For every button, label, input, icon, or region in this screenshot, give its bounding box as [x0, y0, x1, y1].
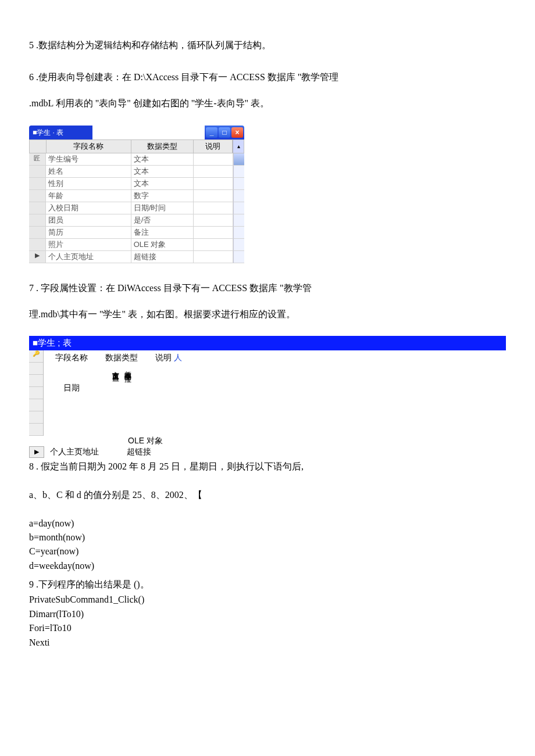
field-name: 简历 [46, 227, 131, 239]
field-desc [194, 214, 233, 227]
code-line: Dimarr(lTo10) [29, 608, 506, 621]
question-6-line2: .mdbL 利用表的 "表向导" 创建如右图的 "学生-表向导" 表。 [29, 93, 506, 113]
col-header-name-2: 字段名称 [55, 353, 88, 363]
close-icon[interactable]: × [231, 127, 243, 138]
question-8-line1: 8 . 假定当前日期为 2002 年 8 月 25 日，星期日，则执行以下语句后… [29, 460, 506, 473]
field-type: 备注 [131, 227, 194, 239]
code-line: b=month(now) [29, 531, 506, 544]
scrollbar-track[interactable] [233, 178, 244, 190]
col-header-desc: 说明 [194, 140, 233, 153]
code-line: a=day(now) [29, 517, 506, 530]
table-row: 年龄数字 [29, 190, 244, 202]
row-selector [29, 178, 46, 190]
scrollbar-track[interactable] [233, 214, 244, 227]
code-line: Fori=lTo10 [29, 622, 506, 635]
field-desc [194, 166, 233, 178]
field-type: 超链接 [131, 251, 194, 263]
field-desc [194, 251, 233, 263]
scrollbar-track[interactable] [233, 202, 244, 214]
col-header-desc-2: 说明 [155, 353, 172, 362]
scrollbar-track[interactable] [233, 251, 244, 263]
field-desc [194, 190, 233, 202]
access-table-window-2: ■学生 ; 表 🔑 字段名称 日期 数据类型 [29, 336, 506, 458]
field-name: 性别 [46, 178, 131, 190]
question-9-line1: 9 .下列程序的输出结果是 ()。 [29, 578, 506, 591]
scroll-up-icon[interactable]: ▴ [233, 140, 244, 153]
field-type: 数字 [131, 190, 194, 202]
row-selector [29, 166, 46, 178]
field-name: 照片 [46, 239, 131, 251]
field-name: 个人主页地址 [46, 251, 131, 263]
window-titlebar: ■学生 · 表 _ □ × [29, 126, 244, 139]
question-7-line2: 理.mdb\其中有一 "学生" 表，如右图。根据要求进行相应的设置。 [29, 304, 506, 324]
field-name-date: 日期 [63, 383, 80, 393]
maximize-icon[interactable]: □ [219, 127, 230, 138]
table-row: 照片OLE 对象 [29, 239, 244, 251]
scrollbar-track[interactable] [233, 227, 244, 239]
field-type: 是/否 [131, 214, 194, 227]
field-desc [194, 202, 233, 214]
field-type: 文本 [131, 153, 194, 166]
row-selector [29, 202, 46, 214]
row-selector: ▶ [29, 251, 46, 263]
scrollbar-track[interactable] [233, 153, 244, 166]
field-desc [194, 178, 233, 190]
row-selector-column: 🔑 [29, 350, 44, 436]
question-7-line1: 7 . 字段属性设置：在 DiWAccess 目录下有一 ACCESS 数据库 … [29, 278, 506, 298]
field-type: 文本 [131, 178, 194, 190]
question-5: 5 .数据结构分为逻辑结构和存储结构，循环队列属于结构。 [29, 35, 506, 55]
minimize-icon[interactable]: _ [206, 127, 217, 138]
field-name: 年龄 [46, 190, 131, 202]
field-type: 文本 [131, 166, 194, 178]
col-header-type-2: 数据类型 [105, 353, 138, 363]
code-line: Nexti [29, 636, 506, 649]
table-row: ▶个人主页地址超链接 [29, 251, 244, 263]
table-header-row: 字段名称 数据类型 说明 ▴ [29, 139, 244, 153]
field-type: 日期/时间 [131, 202, 194, 214]
table-row: 入校日期日期/时间 [29, 202, 244, 214]
table-row: 匠学生编号文本 [29, 153, 244, 166]
table-row: 姓名文本 [29, 166, 244, 178]
row-selector: 匠 [29, 153, 46, 166]
field-name: 姓名 [46, 166, 131, 178]
field-type: OLE 对象 [131, 239, 194, 251]
datatype-vertical-right: 频本本本隔字时注 [124, 366, 131, 370]
row-selector [29, 190, 46, 202]
window-title-2: ■学生 ; 表 [29, 336, 506, 350]
question-6-line1: 6 .使用表向导创建表：在 D:\XAccess 目录下有一 ACCESS 数据… [29, 67, 506, 87]
field-name: 入校日期 [46, 202, 131, 214]
field-desc [194, 239, 233, 251]
code-line: C=year(now) [29, 545, 506, 558]
row-selector [29, 239, 46, 251]
field-desc [194, 153, 233, 166]
access-table-window-1: ■学生 · 表 _ □ × 字段名称 数据类型 说明 ▴ 匠学生编号文本姓名文本… [29, 126, 244, 263]
table-row: 性别文本 [29, 178, 244, 190]
window-controls: _ □ × [205, 126, 244, 139]
question-8-line2: a、b、C 和 d 的值分别是 25、8、2002、【 [29, 485, 506, 505]
field-name: 团员 [46, 214, 131, 227]
field-name-homepage: 个人主页地址 [50, 447, 99, 456]
col-header-desc-char: 人 [174, 353, 182, 362]
current-row-indicator-icon: ▶ [29, 446, 44, 458]
code-line: PrivateSubCommand1_Click() [29, 593, 506, 606]
col-header-type: 数据类型 [131, 140, 194, 153]
field-desc [194, 227, 233, 239]
field-name: 学生编号 [46, 153, 131, 166]
key-icon: 🔑 [29, 350, 43, 363]
scrollbar-track[interactable] [233, 190, 244, 202]
table-row: 简历备注 [29, 227, 244, 239]
field-type-hyperlink: 超链接 [127, 447, 151, 456]
code-line: d=weekday(now) [29, 560, 506, 572]
scrollbar-track[interactable] [233, 166, 244, 178]
scrollbar-track[interactable] [233, 239, 244, 251]
row-selector [29, 227, 46, 239]
window-title: ■学生 · 表 [29, 126, 92, 139]
col-header-name: 字段名称 [47, 140, 131, 153]
table-row: 团员是/否 [29, 214, 244, 227]
row-selector [29, 214, 46, 227]
table2-ole-row: OLE 对象 [29, 436, 506, 446]
datatype-vertical-left: 文文文改丁目盅 [112, 366, 119, 370]
